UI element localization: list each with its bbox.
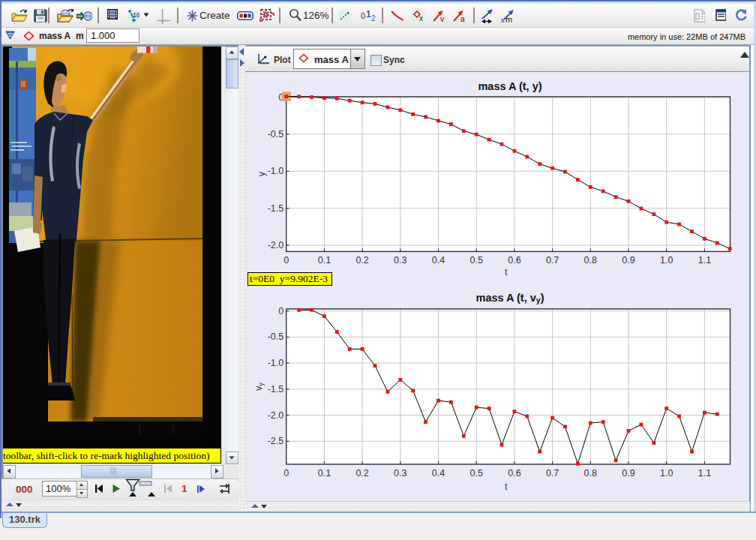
svg-text:0.1: 0.1 <box>318 255 331 266</box>
svg-text:0.2: 0.2 <box>356 255 368 266</box>
svg-text:-2.5: -2.5 <box>268 436 284 446</box>
svg-text:0.6: 0.6 <box>508 468 520 478</box>
svg-text:m: m <box>506 15 512 23</box>
svg-text:0: 0 <box>278 306 284 316</box>
svg-text:0.7: 0.7 <box>546 255 559 266</box>
svg-text:a: a <box>460 15 465 22</box>
svg-text:0.3: 0.3 <box>394 468 406 478</box>
svg-text:0.3: 0.3 <box>394 255 406 266</box>
svg-text:0.4: 0.4 <box>432 468 445 478</box>
svg-text:0.5: 0.5 <box>470 255 483 266</box>
svg-text:0.9: 0.9 <box>622 468 634 478</box>
svg-text:0.5: 0.5 <box>470 468 483 478</box>
svg-text:0.2: 0.2 <box>356 468 368 478</box>
svg-text:0: 0 <box>361 11 365 20</box>
svg-text:0.7: 0.7 <box>546 468 559 478</box>
svg-text:1.1: 1.1 <box>698 468 711 478</box>
svg-text:x: x <box>501 16 505 23</box>
svg-text:0.1: 0.1 <box>318 468 331 478</box>
svg-text:-1.5: -1.5 <box>268 384 284 394</box>
svg-text:-2.0: -2.0 <box>268 240 284 250</box>
svg-text:0: 0 <box>284 468 289 478</box>
svg-text:-1.0: -1.0 <box>268 358 284 368</box>
svg-text:-0.5: -0.5 <box>268 332 284 342</box>
svg-text:-1.0: -1.0 <box>268 166 284 176</box>
svg-text:0.8: 0.8 <box>584 255 597 266</box>
svg-text:1.1: 1.1 <box>698 255 711 266</box>
svg-text:-0.5: -0.5 <box>268 129 284 140</box>
svg-text:0.6: 0.6 <box>508 255 520 266</box>
svg-text:-1.5: -1.5 <box>268 203 284 214</box>
svg-text:0.4: 0.4 <box>432 255 445 266</box>
svg-text:0: 0 <box>284 255 289 266</box>
svg-text:1: 1 <box>366 9 371 20</box>
svg-text:-2.0: -2.0 <box>268 410 284 421</box>
svg-text:1.0: 1.0 <box>660 468 673 478</box>
svg-text:0.8: 0.8 <box>584 468 597 478</box>
svg-text:1.0: 1.0 <box>660 255 673 266</box>
svg-text:0.9: 0.9 <box>622 255 634 266</box>
svg-text:x: x <box>419 14 423 22</box>
svg-text:10: 10 <box>133 11 140 19</box>
svg-text:v: v <box>440 15 444 22</box>
svg-text:2: 2 <box>371 14 376 22</box>
